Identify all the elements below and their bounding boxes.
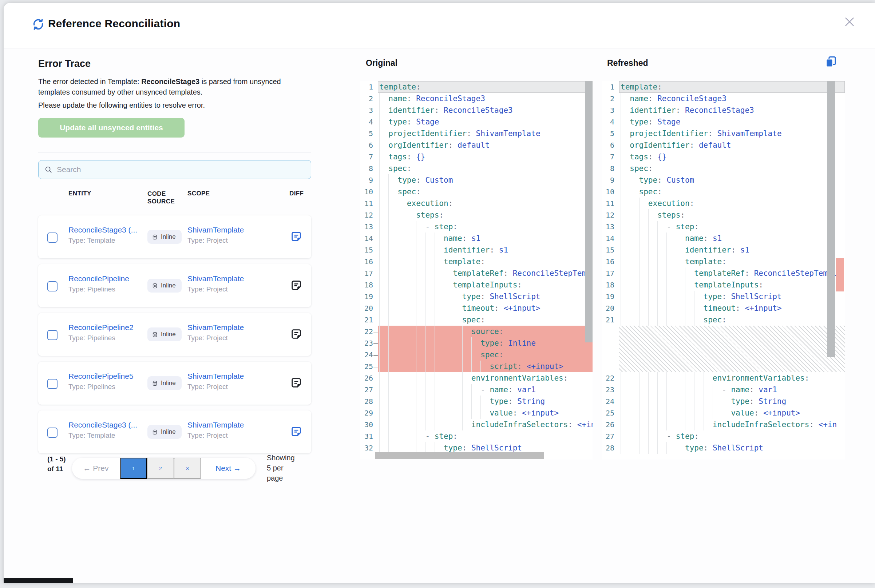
column-code-source: CODE SOURCE [147,190,179,205]
page-button-1[interactable]: 1 [120,458,147,479]
code-line: 14name: s1 [602,232,845,244]
reference-reconciliation-dialog: Reference Reconciliation Error Trace The… [4,3,875,583]
scope-name: ShivamTemplate [188,274,244,283]
entity-name-link[interactable]: ReconcileStage3 (... [68,226,137,234]
reconcile-refresh-icon [32,18,44,31]
entity-type-label: Type: Template [68,432,116,440]
scope-type-label: Type: Project [188,285,228,293]
page-button-2[interactable]: 2 [147,458,174,479]
code-line: 8spec: [360,163,593,174]
code-line: 26includeInfraSelectors: <+in [602,419,845,430]
scope-name: ShivamTemplate [188,226,244,234]
error-trace-heading: Error Trace [38,58,91,69]
code-line: 4type: Stage [602,116,845,128]
code-line: 25–script: <+input> [360,361,593,372]
row-checkbox[interactable] [47,330,57,340]
code-line: 31- step: [360,430,593,442]
prev-page-button[interactable]: ← Prev [72,458,120,479]
row-checkbox[interactable] [47,379,57,389]
code-line: 10spec: [360,186,593,198]
diff-note-icon[interactable] [290,426,302,437]
code-line: 22environmentVariables: [602,372,845,384]
code-line: 16template: [602,256,845,267]
row-checkbox[interactable] [47,281,57,291]
code-line: 9type: Custom [602,174,845,186]
page-button-3[interactable]: 3 [174,458,201,479]
entity-type-label: Type: Pipelines [68,285,116,293]
code-line: 16template: [360,256,593,267]
diff-note-icon[interactable] [290,328,302,340]
scope-type-label: Type: Project [188,237,228,244]
table-row: ReconcilePipeline2Type: PipelinesInlineS… [38,313,311,356]
code-line: 20timeout: <+input> [360,302,593,314]
code-line: 2name: ReconcileStage3 [602,93,845,104]
code-line: 5projectIdentifier: ShivamTemplate [602,128,845,140]
pagination: (1 - 5) of 11 ← Prev 123 Next → Showing … [38,453,311,489]
original-panel-title: Original [366,58,398,68]
table-row: ReconcilePipeline5Type: PipelinesInlineS… [38,362,311,405]
scope-name: ShivamTemplate [188,323,244,332]
refreshed-panel-title: Refreshed [607,58,648,68]
code-line: 11execution: [360,198,593,209]
entity-name-link[interactable]: ReconcilePipeline5 [68,372,134,381]
column-scope: SCOPE [188,190,210,197]
code-line: 6orgIdentifier: default [602,140,845,151]
column-diff: DIFF [290,190,303,197]
diff-note-icon[interactable] [290,279,302,291]
dialog-header: Reference Reconciliation [4,3,875,48]
code-line: 2name: ReconcileStage3 [360,93,593,104]
original-horizontal-scrollbar[interactable] [375,452,544,459]
code-line: 27- name: var1 [360,384,593,396]
code-line: 19type: ShellScript [360,291,593,302]
next-page-button[interactable]: Next → [201,458,255,479]
diff-removed-gap [619,326,845,372]
code-source-badge: Inline [147,425,182,439]
code-line: 24–spec: [360,349,593,361]
code-line: 1template: [602,81,845,93]
search-input[interactable] [56,165,311,174]
code-line: 15identifier: s1 [602,244,845,256]
error-template-name: ReconcileStage3 [141,78,200,86]
code-line: 22–source: [360,326,593,337]
inline-store-icon [152,234,158,240]
table-row: ReconcileStage3 (...Type: TemplateInline… [38,215,311,258]
scope-type-label: Type: Project [188,334,228,342]
code-line: 24type: String [602,396,845,407]
code-line: 13- step: [602,221,845,232]
code-line: 1template: [360,81,593,93]
dialog-title: Reference Reconciliation [48,18,180,30]
search-box[interactable] [38,160,311,179]
entity-type-label: Type: Template [68,237,116,244]
entity-name-link[interactable]: ReconcilePipeline [68,274,129,283]
scope-name: ShivamTemplate [188,372,244,381]
code-line: 30includeInfraSelectors: <+in [360,419,593,430]
code-source-badge: Inline [147,327,182,341]
code-source-label: Inline [161,380,176,387]
row-checkbox[interactable] [47,232,57,243]
diff-note-icon[interactable] [290,231,302,242]
scope-type-label: Type: Project [188,432,228,440]
pagination-group: ← Prev 123 Next → [72,458,255,479]
code-line: 20timeout: <+input> [602,302,845,314]
code-line: 26environmentVariables: [360,372,593,384]
code-line: 17templateRef: ReconcileStepTempl [602,267,845,279]
copy-icon[interactable] [824,55,837,68]
code-line: 21spec: [602,314,845,326]
code-line: 14name: s1 [360,232,593,244]
table-row: ReconcilePipelineType: PipelinesInlineSh… [38,264,311,307]
row-checkbox[interactable] [47,428,57,438]
code-line: 29value: <+input> [360,407,593,419]
close-icon[interactable] [843,15,856,28]
refreshed-vertical-scrollbar[interactable] [827,81,835,357]
code-line: 19type: ShellScript [602,291,845,302]
code-line: 10spec: [602,186,845,198]
code-source-label: Inline [161,331,176,338]
entity-name-link[interactable]: ReconcilePipeline2 [68,323,134,332]
inline-store-icon [152,429,158,435]
entity-name-link[interactable]: ReconcileStage3 (... [68,421,137,429]
diff-note-icon[interactable] [290,377,302,388]
update-all-unsynced-button[interactable]: Update all unsynced entities [38,118,185,138]
original-vertical-scrollbar[interactable] [585,81,593,342]
table-row: ReconcileStage3 (...Type: TemplateInline… [38,410,311,453]
diff-deleted-marker [836,258,844,291]
